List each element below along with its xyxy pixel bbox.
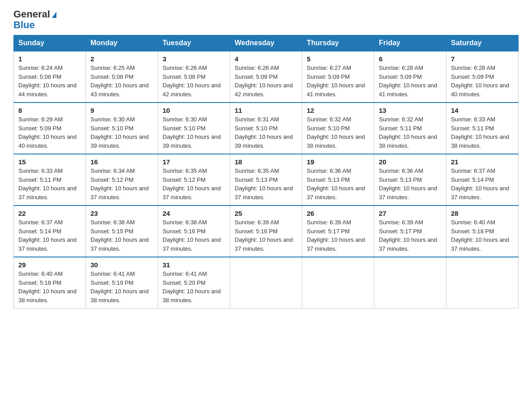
calendar-day-8: 8Sunrise: 6:29 AMSunset: 5:09 PMDaylight… <box>14 103 86 154</box>
day-number: 28 <box>451 210 514 217</box>
calendar-day-12: 12Sunrise: 6:32 AMSunset: 5:10 PMDayligh… <box>302 103 374 154</box>
day-number: 27 <box>379 210 442 217</box>
weekday-header-thursday: Thursday <box>302 35 374 51</box>
day-info: Sunrise: 6:38 AMSunset: 5:15 PMDaylight:… <box>90 218 153 253</box>
day-info: Sunrise: 6:35 AMSunset: 5:13 PMDaylight:… <box>235 167 297 201</box>
day-number: 3 <box>163 55 225 63</box>
calendar-day-29: 29Sunrise: 6:40 AMSunset: 5:18 PMDayligh… <box>14 257 86 308</box>
day-info: Sunrise: 6:33 AMSunset: 5:11 PMDaylight:… <box>18 167 81 201</box>
calendar-week-1: 1Sunrise: 6:24 AMSunset: 5:08 PMDaylight… <box>14 51 519 103</box>
calendar-day-15: 15Sunrise: 6:33 AMSunset: 5:11 PMDayligh… <box>14 154 86 206</box>
calendar-table: SundayMondayTuesdayWednesdayThursdayFrid… <box>13 35 519 308</box>
calendar-day-11: 11Sunrise: 6:31 AMSunset: 5:10 PMDayligh… <box>230 103 302 154</box>
calendar-day-23: 23Sunrise: 6:38 AMSunset: 5:15 PMDayligh… <box>86 206 158 257</box>
day-number: 1 <box>18 55 81 63</box>
logo: General Blue <box>13 9 56 30</box>
empty-cell <box>230 257 302 308</box>
day-info: Sunrise: 6:37 AMSunset: 5:14 PMDaylight:… <box>18 218 81 253</box>
calendar-day-9: 9Sunrise: 6:30 AMSunset: 5:10 PMDaylight… <box>86 103 158 154</box>
day-info: Sunrise: 6:39 AMSunset: 5:17 PMDaylight:… <box>307 218 369 253</box>
calendar-day-18: 18Sunrise: 6:35 AMSunset: 5:13 PMDayligh… <box>230 154 302 206</box>
day-number: 7 <box>451 55 514 63</box>
day-info: Sunrise: 6:40 AMSunset: 5:18 PMDaylight:… <box>18 270 81 304</box>
empty-cell <box>446 257 519 308</box>
day-number: 21 <box>451 158 514 166</box>
day-info: Sunrise: 6:39 AMSunset: 5:17 PMDaylight:… <box>379 218 442 253</box>
weekday-header-sunday: Sunday <box>14 35 86 51</box>
day-info: Sunrise: 6:41 AMSunset: 5:20 PMDaylight:… <box>163 270 225 304</box>
calendar-day-31: 31Sunrise: 6:41 AMSunset: 5:20 PMDayligh… <box>158 257 230 308</box>
calendar-day-7: 7Sunrise: 6:28 AMSunset: 5:09 PMDaylight… <box>446 51 519 103</box>
day-info: Sunrise: 6:25 AMSunset: 5:08 PMDaylight:… <box>90 64 153 98</box>
calendar-week-2: 8Sunrise: 6:29 AMSunset: 5:09 PMDaylight… <box>14 103 519 154</box>
day-number: 29 <box>18 261 81 269</box>
calendar-day-30: 30Sunrise: 6:41 AMSunset: 5:19 PMDayligh… <box>86 257 158 308</box>
calendar-day-4: 4Sunrise: 6:26 AMSunset: 5:09 PMDaylight… <box>230 51 302 103</box>
calendar-week-4: 22Sunrise: 6:37 AMSunset: 5:14 PMDayligh… <box>14 206 519 257</box>
day-info: Sunrise: 6:32 AMSunset: 5:10 PMDaylight:… <box>307 115 369 150</box>
day-info: Sunrise: 6:40 AMSunset: 5:18 PMDaylight:… <box>451 218 514 253</box>
day-info: Sunrise: 6:31 AMSunset: 5:10 PMDaylight:… <box>235 115 297 150</box>
day-info: Sunrise: 6:33 AMSunset: 5:11 PMDaylight:… <box>451 115 514 150</box>
day-number: 20 <box>379 158 442 166</box>
day-info: Sunrise: 6:36 AMSunset: 5:13 PMDaylight:… <box>307 167 369 201</box>
day-number: 15 <box>18 158 81 166</box>
calendar-day-19: 19Sunrise: 6:36 AMSunset: 5:13 PMDayligh… <box>302 154 374 206</box>
calendar-day-14: 14Sunrise: 6:33 AMSunset: 5:11 PMDayligh… <box>446 103 519 154</box>
day-number: 22 <box>18 210 81 217</box>
day-number: 25 <box>235 210 297 217</box>
calendar-day-27: 27Sunrise: 6:39 AMSunset: 5:17 PMDayligh… <box>374 206 446 257</box>
calendar-day-17: 17Sunrise: 6:35 AMSunset: 5:12 PMDayligh… <box>158 154 230 206</box>
calendar-day-25: 25Sunrise: 6:39 AMSunset: 5:16 PMDayligh… <box>230 206 302 257</box>
day-info: Sunrise: 6:28 AMSunset: 5:09 PMDaylight:… <box>451 64 514 98</box>
day-info: Sunrise: 6:26 AMSunset: 5:09 PMDaylight:… <box>235 64 297 98</box>
day-info: Sunrise: 6:39 AMSunset: 5:16 PMDaylight:… <box>235 218 297 253</box>
day-info: Sunrise: 6:34 AMSunset: 5:12 PMDaylight:… <box>90 167 153 201</box>
day-info: Sunrise: 6:35 AMSunset: 5:12 PMDaylight:… <box>163 167 225 201</box>
day-number: 23 <box>90 210 153 217</box>
day-number: 26 <box>307 210 369 217</box>
weekday-header-tuesday: Tuesday <box>158 35 230 51</box>
calendar-day-26: 26Sunrise: 6:39 AMSunset: 5:17 PMDayligh… <box>302 206 374 257</box>
empty-cell <box>374 257 446 308</box>
calendar-week-5: 29Sunrise: 6:40 AMSunset: 5:18 PMDayligh… <box>14 257 519 308</box>
day-info: Sunrise: 6:37 AMSunset: 5:14 PMDaylight:… <box>451 167 514 201</box>
day-info: Sunrise: 6:38 AMSunset: 5:16 PMDaylight:… <box>163 218 225 253</box>
calendar-day-13: 13Sunrise: 6:32 AMSunset: 5:11 PMDayligh… <box>374 103 446 154</box>
day-info: Sunrise: 6:36 AMSunset: 5:13 PMDaylight:… <box>379 167 442 201</box>
weekday-header-monday: Monday <box>86 35 158 51</box>
day-number: 10 <box>163 107 225 114</box>
day-number: 17 <box>163 158 225 166</box>
day-info: Sunrise: 6:28 AMSunset: 5:09 PMDaylight:… <box>379 64 442 98</box>
day-info: Sunrise: 6:26 AMSunset: 5:08 PMDaylight:… <box>163 64 225 98</box>
day-number: 31 <box>163 261 225 269</box>
day-number: 18 <box>235 158 297 166</box>
weekday-header-wednesday: Wednesday <box>230 35 302 51</box>
day-number: 9 <box>90 107 153 114</box>
calendar-day-24: 24Sunrise: 6:38 AMSunset: 5:16 PMDayligh… <box>158 206 230 257</box>
day-number: 4 <box>235 55 297 63</box>
empty-cell <box>302 257 374 308</box>
calendar-day-10: 10Sunrise: 6:30 AMSunset: 5:10 PMDayligh… <box>158 103 230 154</box>
calendar-day-5: 5Sunrise: 6:27 AMSunset: 5:09 PMDaylight… <box>302 51 374 103</box>
day-info: Sunrise: 6:32 AMSunset: 5:11 PMDaylight:… <box>379 115 442 150</box>
calendar-day-2: 2Sunrise: 6:25 AMSunset: 5:08 PMDaylight… <box>86 51 158 103</box>
calendar-day-28: 28Sunrise: 6:40 AMSunset: 5:18 PMDayligh… <box>446 206 519 257</box>
day-number: 6 <box>379 55 442 63</box>
day-number: 12 <box>307 107 369 114</box>
logo-blue-text: Blue <box>13 20 56 30</box>
weekday-header-friday: Friday <box>374 35 446 51</box>
day-number: 19 <box>307 158 369 166</box>
day-info: Sunrise: 6:24 AMSunset: 5:08 PMDaylight:… <box>18 64 81 98</box>
logo-triangle-icon <box>52 12 56 18</box>
calendar-day-20: 20Sunrise: 6:36 AMSunset: 5:13 PMDayligh… <box>374 154 446 206</box>
day-info: Sunrise: 6:29 AMSunset: 5:09 PMDaylight:… <box>18 115 81 150</box>
page-header: General Blue <box>13 9 519 30</box>
day-number: 8 <box>18 107 81 114</box>
day-number: 13 <box>379 107 442 114</box>
calendar-day-1: 1Sunrise: 6:24 AMSunset: 5:08 PMDaylight… <box>14 51 86 103</box>
day-number: 24 <box>163 210 225 217</box>
logo-general-text: General <box>13 9 50 20</box>
calendar-day-21: 21Sunrise: 6:37 AMSunset: 5:14 PMDayligh… <box>446 154 519 206</box>
day-number: 14 <box>451 107 514 114</box>
